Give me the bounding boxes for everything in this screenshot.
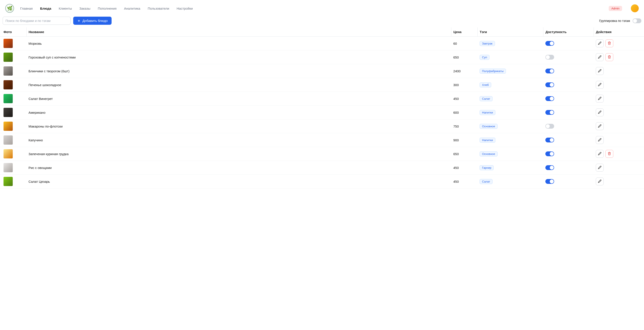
add-dish-label: Добавить блюдо bbox=[82, 19, 108, 22]
dish-name: Американо bbox=[26, 106, 451, 120]
dish-thumbnail bbox=[4, 66, 13, 76]
table-row: Американо600Напитки bbox=[0, 106, 644, 120]
edit-icon bbox=[598, 152, 602, 156]
edit-icon bbox=[598, 180, 602, 184]
nav-item-7[interactable]: Настройки bbox=[177, 6, 193, 10]
table-row: Макароны по-флотски750Основное bbox=[0, 120, 644, 133]
edit-button[interactable] bbox=[596, 53, 604, 61]
availability-toggle[interactable] bbox=[545, 179, 554, 184]
dish-thumbnail bbox=[4, 52, 13, 62]
group-by-tags-toggle[interactable] bbox=[632, 18, 641, 23]
dish-thumbnail bbox=[4, 136, 13, 144]
dish-name: Макароны по-флотски bbox=[26, 120, 451, 133]
edit-button[interactable] bbox=[596, 108, 604, 116]
plus-icon bbox=[77, 19, 81, 22]
edit-button[interactable] bbox=[596, 122, 604, 130]
dish-name: Капучино bbox=[26, 133, 451, 147]
availability-toggle[interactable] bbox=[545, 82, 554, 87]
edit-icon bbox=[598, 69, 602, 73]
delete-button[interactable] bbox=[606, 150, 613, 158]
availability-toggle[interactable] bbox=[545, 68, 554, 74]
edit-button[interactable] bbox=[596, 81, 604, 89]
dish-thumbnail bbox=[4, 94, 13, 103]
dish-tag: Напитки bbox=[480, 110, 496, 115]
delete-button[interactable] bbox=[606, 40, 613, 47]
availability-toggle[interactable] bbox=[545, 165, 554, 170]
dish-tag: Гарнир bbox=[480, 165, 494, 170]
edit-icon bbox=[598, 83, 602, 87]
trash-icon bbox=[608, 152, 611, 156]
dish-price: 60 bbox=[451, 36, 478, 50]
table-row: Блинчики с творогом (6шт)2400Полуфабрика… bbox=[0, 64, 644, 78]
edit-icon bbox=[598, 110, 602, 114]
dish-tag: Основное bbox=[480, 124, 498, 129]
edit-button[interactable] bbox=[596, 164, 604, 172]
header-actions: Действия bbox=[594, 28, 644, 36]
header-tags: Тэги bbox=[478, 28, 543, 36]
availability-toggle[interactable] bbox=[545, 124, 554, 129]
edit-icon bbox=[598, 97, 602, 101]
edit-button[interactable] bbox=[596, 67, 604, 75]
dish-price: 300 bbox=[451, 78, 478, 92]
dish-thumbnail bbox=[4, 163, 13, 172]
nav-item-5[interactable]: Аналитика bbox=[124, 6, 140, 10]
dish-name: Морковь bbox=[26, 36, 451, 50]
table-row: Салат Цезарь450Салат bbox=[0, 175, 644, 188]
dish-name: Блинчики с творогом (6шт) bbox=[26, 64, 451, 78]
admin-badge: Admin bbox=[609, 6, 622, 11]
availability-toggle[interactable] bbox=[545, 152, 554, 156]
nav-item-6[interactable]: Пользователи bbox=[148, 6, 169, 10]
availability-toggle[interactable] bbox=[545, 138, 554, 142]
logo[interactable]: 🌿 bbox=[5, 4, 14, 13]
edit-icon bbox=[598, 166, 602, 170]
dish-price: 450 bbox=[451, 92, 478, 106]
group-by-tags-label: Группировка по тэгам bbox=[599, 19, 630, 22]
availability-toggle[interactable] bbox=[545, 110, 554, 115]
edit-icon bbox=[598, 55, 602, 60]
dish-tag: Суп bbox=[480, 55, 490, 60]
edit-button[interactable] bbox=[596, 136, 604, 144]
dish-name: Гороховый суп с копченостями bbox=[26, 50, 451, 64]
dish-tag: Салат bbox=[480, 179, 492, 184]
dish-price: 900 bbox=[451, 133, 478, 147]
edit-icon bbox=[598, 138, 602, 142]
dish-thumbnail bbox=[4, 177, 13, 186]
table-row: Салат Винегрет450Салат bbox=[0, 92, 644, 106]
edit-icon bbox=[598, 124, 602, 128]
nav-item-3[interactable]: Заказы bbox=[79, 6, 90, 10]
avatar[interactable] bbox=[631, 4, 639, 12]
dish-name: Запеченая куриная грудка bbox=[26, 147, 451, 161]
dish-tag: Напитки bbox=[480, 138, 496, 143]
table-row: Запеченая куриная грудка650Основное bbox=[0, 147, 644, 161]
header-photo: Фото bbox=[0, 28, 26, 36]
dish-thumbnail bbox=[4, 122, 13, 131]
nav-item-4[interactable]: Пополнения bbox=[98, 6, 116, 10]
availability-toggle[interactable] bbox=[545, 41, 554, 46]
availability-toggle[interactable] bbox=[545, 55, 554, 60]
delete-button[interactable] bbox=[606, 53, 613, 61]
edit-button[interactable] bbox=[596, 40, 604, 47]
dish-thumbnail bbox=[4, 108, 13, 117]
dish-tag: Завтрак bbox=[480, 41, 495, 46]
header: 🌿 ГлавнаяБлюдаКлиентыЗаказыПополненияАна… bbox=[0, 0, 644, 17]
dish-price: 450 bbox=[451, 175, 478, 188]
table-row: Рис с овощами450Гарнир bbox=[0, 161, 644, 175]
edit-button[interactable] bbox=[596, 95, 604, 102]
nav-item-2[interactable]: Клиенты bbox=[59, 6, 72, 10]
availability-toggle[interactable] bbox=[545, 96, 554, 101]
add-dish-button[interactable]: Добавить блюдо bbox=[73, 17, 112, 25]
nav-item-1[interactable]: Блюда bbox=[40, 6, 51, 10]
edit-button[interactable] bbox=[596, 178, 604, 186]
main-nav: ГлавнаяБлюдаКлиентыЗаказыПополненияАнали… bbox=[20, 6, 602, 10]
search-input[interactable] bbox=[3, 17, 70, 25]
dish-name: Салат Цезарь bbox=[26, 175, 451, 188]
edit-icon bbox=[598, 42, 602, 46]
edit-button[interactable] bbox=[596, 150, 604, 158]
trash-icon bbox=[608, 55, 611, 60]
table-row: Морковь60Завтрак bbox=[0, 36, 644, 50]
nav-item-0[interactable]: Главная bbox=[20, 6, 33, 10]
trash-icon bbox=[608, 42, 611, 46]
dishes-table: Фото Название Цена Тэги Доступность Дейс… bbox=[0, 28, 644, 188]
dish-tag: Салат bbox=[480, 96, 492, 101]
dish-price: 650 bbox=[451, 147, 478, 161]
